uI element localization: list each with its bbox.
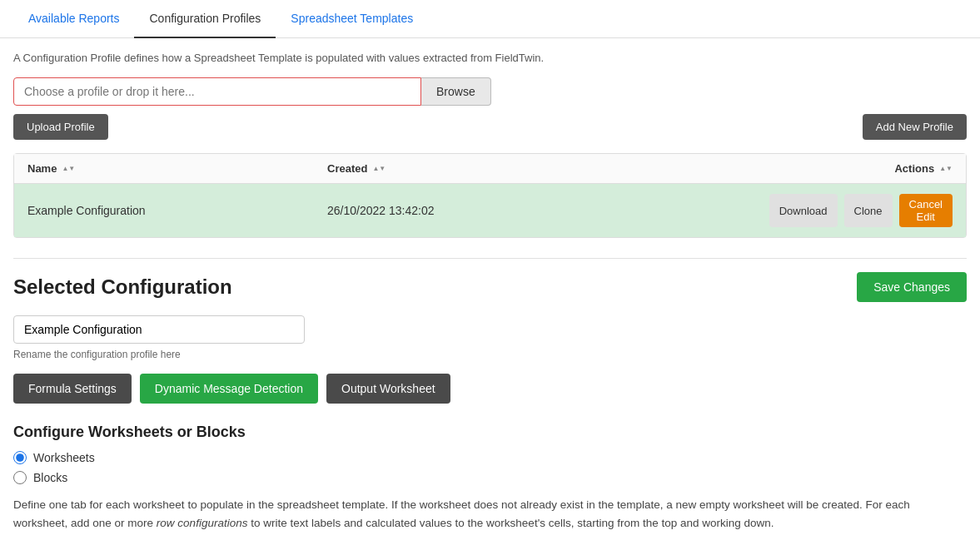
row-actions: Download Clone Cancel Edit [786,194,953,227]
selected-config-header: Selected Configuration Save Changes [13,272,967,302]
config-name-input[interactable] [13,315,305,344]
config-buttons-row: Formula Settings Dynamic Message Detecti… [13,374,967,404]
tabs-bar: Available Reports Configuration Profiles… [0,0,980,38]
add-new-profile-button[interactable]: Add New Profile [863,114,967,140]
col-name-sort-icon[interactable]: ▲▼ [62,166,75,172]
clone-button[interactable]: Clone [844,194,893,227]
col-created-sort-icon[interactable]: ▲▼ [372,166,386,172]
radio-worksheets-label: Worksheets [33,451,95,464]
radio-blocks[interactable]: Blocks [13,471,967,484]
cancel-edit-button[interactable]: Cancel Edit [899,194,953,227]
output-worksheet-button[interactable]: Output Worksheet [326,374,450,404]
radio-worksheets-input[interactable] [13,451,27,464]
dynamic-message-detection-button[interactable]: Dynamic Message Detection [140,374,318,404]
col-name-label: Name [27,162,57,175]
profile-actions-row: Upload Profile Add New Profile [13,114,967,140]
download-button[interactable]: Download [769,194,838,227]
save-changes-button[interactable]: Save Changes [857,272,967,302]
section-divider [13,258,967,259]
table-header: Name ▲▼ Created ▲▼ Actions ▲▼ [14,154,966,184]
page-description: A Configuration Profile defines how a Sp… [13,52,967,64]
file-input[interactable] [13,77,421,106]
radio-blocks-input[interactable] [13,471,27,484]
profiles-table: Name ▲▼ Created ▲▼ Actions ▲▼ Example Co… [13,153,967,238]
table-row: Example Configuration 26/10/2022 13:42:0… [14,184,966,237]
configure-description: Define one tab for each worksheet to pop… [13,496,967,532]
file-upload-row: Browse [13,77,967,106]
tab-spreadsheet-templates[interactable]: Spreadsheet Templates [276,0,428,38]
main-content: A Configuration Profile defines how a Sp… [0,38,980,545]
col-actions-label: Actions [894,162,934,175]
col-name: Name ▲▼ [27,162,327,175]
radio-group: Worksheets Blocks [13,451,967,484]
radio-worksheets[interactable]: Worksheets [13,451,967,464]
radio-blocks-label: Blocks [33,471,67,484]
row-name: Example Configuration [27,204,327,217]
configure-worksheets-title: Configure Worksheets or Blocks [13,424,967,441]
tab-configuration-profiles[interactable]: Configuration Profiles [134,0,276,38]
col-actions-sort-icon[interactable]: ▲▼ [939,166,953,172]
rename-hint: Rename the configuration profile here [13,349,967,360]
col-created-label: Created [327,162,367,175]
tab-available-reports[interactable]: Available Reports [13,0,134,38]
row-created: 26/10/2022 13:42:02 [327,204,786,217]
col-actions: Actions ▲▼ [786,162,953,175]
upload-profile-button[interactable]: Upload Profile [13,114,108,140]
formula-settings-button[interactable]: Formula Settings [13,374,132,404]
browse-button[interactable]: Browse [421,77,491,106]
selected-config-title: Selected Configuration [13,275,232,299]
col-created: Created ▲▼ [327,162,786,175]
